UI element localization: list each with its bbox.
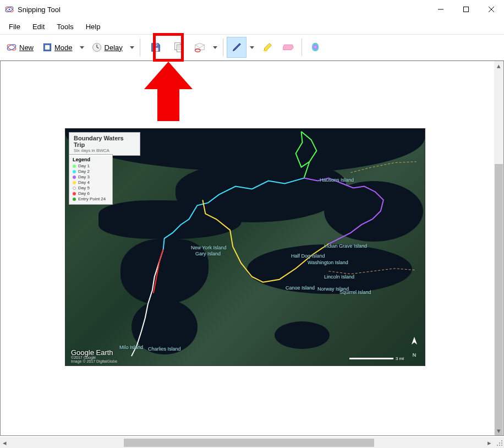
toolbar: New Mode Delay xyxy=(0,34,504,61)
map-title-box: Boundary Waters Trip Six days in BWCA xyxy=(69,132,140,156)
menu-edit[interactable]: Edit xyxy=(27,20,50,33)
new-label: New xyxy=(19,43,34,52)
svg-point-26 xyxy=(501,442,502,444)
save-button[interactable] xyxy=(144,37,168,58)
svg-point-27 xyxy=(497,445,498,446)
scroll-left-button[interactable]: ◂ xyxy=(0,438,9,447)
label-newyork: New York Island xyxy=(191,245,227,250)
vertical-scrollbar[interactable]: ▴ ▾ xyxy=(494,61,503,435)
copy-icon xyxy=(173,41,185,53)
label-lincoln: Lincoln Island xyxy=(324,274,354,280)
scroll-up-button[interactable]: ▴ xyxy=(494,61,503,70)
menu-file[interactable]: File xyxy=(3,20,26,33)
vscroll-thumb[interactable] xyxy=(495,164,503,436)
pen-button[interactable] xyxy=(227,37,246,58)
delay-label: Delay xyxy=(105,43,123,52)
delay-button[interactable]: Delay xyxy=(87,37,127,58)
email-dropdown[interactable] xyxy=(211,37,220,58)
label-hausons: Hausons Island xyxy=(320,177,354,183)
svg-rect-16 xyxy=(156,44,157,46)
close-button[interactable] xyxy=(479,0,504,19)
eraser-button[interactable] xyxy=(278,37,298,58)
highlighter-icon xyxy=(261,41,273,53)
svg-point-29 xyxy=(501,440,502,441)
svg-rect-4 xyxy=(464,7,469,12)
label-gary: Gary Island xyxy=(195,251,221,256)
pen-dropdown[interactable] xyxy=(248,37,256,58)
map-screenshot: Boundary Waters Trip Six days in BWCA Le… xyxy=(65,128,425,366)
svg-point-24 xyxy=(501,445,502,446)
label-milo: Milo Island xyxy=(119,345,143,350)
window-title: Snipping Tool xyxy=(18,6,428,14)
titlebar: Snipping Tool xyxy=(0,0,504,19)
svg-point-28 xyxy=(499,442,500,444)
svg-point-2 xyxy=(9,9,10,10)
map-legend: Legend Day 1 Day 2 Day 3 Day 4 Day 5 Day… xyxy=(69,154,113,205)
email-icon xyxy=(194,41,206,53)
map-subtitle: Six days in BWCA xyxy=(74,148,135,153)
pen-icon xyxy=(231,41,243,53)
label-squirrel: Squirrel Island xyxy=(339,289,371,295)
paint3d-icon xyxy=(309,41,321,53)
label-halfdog: Half Dog Island xyxy=(291,253,325,259)
new-button[interactable]: New xyxy=(2,37,37,58)
email-button[interactable] xyxy=(190,37,210,58)
scroll-down-button[interactable]: ▾ xyxy=(494,426,503,435)
mode-icon xyxy=(42,42,52,52)
highlighter-button[interactable] xyxy=(258,37,277,58)
menu-tools[interactable]: Tools xyxy=(51,20,79,33)
app-icon xyxy=(4,4,14,14)
svg-rect-15 xyxy=(153,48,158,51)
svg-rect-18 xyxy=(177,45,182,52)
scissors-icon xyxy=(6,42,17,53)
mode-label: Mode xyxy=(54,43,73,52)
minimize-button[interactable] xyxy=(428,0,453,19)
menubar: File Edit Tools Help xyxy=(0,19,504,34)
north-indicator: N xyxy=(409,336,419,358)
delay-dropdown[interactable] xyxy=(128,37,136,58)
svg-point-25 xyxy=(499,445,500,446)
scale-bar: 3 mi xyxy=(349,356,404,361)
mode-button[interactable]: Mode xyxy=(39,37,76,58)
label-washington: Washington Island xyxy=(308,260,348,265)
eraser-icon xyxy=(282,42,294,52)
horizontal-scrollbar[interactable]: ◂ ▸ xyxy=(0,437,504,448)
copy-button[interactable] xyxy=(169,37,189,58)
svg-rect-23 xyxy=(263,51,267,52)
paint3d-button[interactable] xyxy=(305,37,325,58)
legend-title: Legend xyxy=(73,157,109,162)
clock-icon xyxy=(91,42,102,53)
menu-help[interactable]: Help xyxy=(80,20,106,33)
window-controls xyxy=(428,0,504,19)
resize-grip[interactable] xyxy=(494,438,504,447)
scroll-right-button[interactable]: ▸ xyxy=(485,438,494,447)
map-copyright: ©2017 Google Image © 2017 DigitalGlobe xyxy=(71,356,117,363)
mode-dropdown[interactable] xyxy=(78,37,86,58)
svg-rect-10 xyxy=(45,45,50,50)
map-title: Boundary Waters Trip xyxy=(74,135,135,148)
canvas-area: ▴ ▾ B xyxy=(0,61,504,436)
maximize-button[interactable] xyxy=(453,0,479,19)
hscroll-thumb[interactable] xyxy=(124,439,374,447)
save-icon xyxy=(150,41,162,53)
label-charlies: Charlies Island xyxy=(148,346,181,352)
label-canoe: Canoe Island xyxy=(286,285,315,291)
label-indian: Indian Grave Island xyxy=(324,243,367,249)
